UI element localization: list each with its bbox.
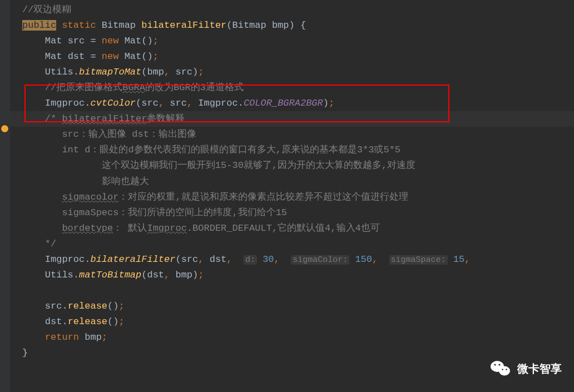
caret-line: /* bilateralFilter参数解释 bbox=[10, 111, 574, 127]
number-literal: 150 bbox=[355, 254, 372, 265]
svg-point-5 bbox=[506, 369, 507, 370]
method-name: bilateralFilter bbox=[141, 20, 226, 31]
block-comment: /* bilateralFilter参数解释 bbox=[45, 113, 185, 124]
method-bilateralFilter: bilateralFilter bbox=[90, 254, 175, 265]
method-matToBitmap: matToBitmap bbox=[79, 270, 141, 280]
block-comment: 影响也越大 bbox=[102, 176, 149, 187]
param-type: Bitmap bbox=[232, 20, 266, 31]
class-utils: Utils bbox=[45, 270, 73, 280]
block-comment: bordetype： 默认Imgproc.BORDER_DEFAULT,它的默认… bbox=[62, 223, 379, 234]
class-imgproc: Imgproc bbox=[45, 254, 85, 265]
class-imgproc: Imgproc bbox=[45, 98, 85, 108]
number-literal: 30 bbox=[263, 254, 274, 265]
lightbulb-icon[interactable] bbox=[1, 125, 8, 132]
svg-point-2 bbox=[494, 364, 496, 365]
svg-point-4 bbox=[502, 369, 503, 370]
keyword-new: new bbox=[102, 51, 119, 62]
keyword-public: public bbox=[22, 20, 56, 31]
keyword-return: return bbox=[45, 332, 79, 343]
var-src: src bbox=[68, 36, 85, 46]
editor-gutter bbox=[0, 0, 10, 392]
param-hint: sigmaSpace: bbox=[389, 255, 448, 265]
block-comment: sigmaSpecs：我们所讲的空间上的纬度,我们给个15 bbox=[62, 207, 287, 218]
code-editor[interactable]: //双边模糊 public static Bitmap bilateralFil… bbox=[0, 0, 574, 361]
return-type: Bitmap bbox=[102, 20, 136, 31]
param-hint: d: bbox=[244, 255, 257, 265]
block-comment: int d：眼处的d参数代表我们的眼模的窗口有多大,原来说的基本都是3*3或5*… bbox=[62, 145, 400, 155]
watermark-text: 微卡智享 bbox=[517, 360, 562, 378]
method-release: release bbox=[68, 316, 107, 327]
svg-point-3 bbox=[498, 364, 500, 365]
comment: //把原来图像格式BGRA的改为BGR的3通道格式 bbox=[45, 82, 244, 93]
block-comment: sigmacolor：对应的权重,就是说和原来的像素点比较差异不超过这个值进行处… bbox=[62, 192, 408, 202]
method-bitmapToMat: bitmapToMat bbox=[79, 67, 141, 77]
method-release: release bbox=[68, 301, 107, 311]
wechat-icon bbox=[489, 358, 512, 380]
constant: COLOR_BGRA2BGR bbox=[244, 98, 323, 108]
class-utils: Utils bbox=[45, 67, 73, 77]
keyword-static: static bbox=[62, 20, 96, 31]
block-comment-end: */ bbox=[45, 239, 56, 249]
ctor-mat: Mat bbox=[125, 36, 142, 46]
number-literal: 15 bbox=[453, 254, 464, 265]
method-cvtColor: cvtColor bbox=[90, 98, 136, 108]
keyword-new: new bbox=[102, 36, 119, 46]
type-mat: Mat bbox=[45, 51, 62, 62]
svg-point-1 bbox=[499, 366, 510, 376]
comment: //双边模糊 bbox=[22, 4, 71, 15]
param-hint: sigmaColor: bbox=[291, 255, 349, 265]
var-dst: dst bbox=[68, 51, 85, 62]
ctor-mat: Mat bbox=[125, 51, 142, 62]
block-comment: src：输入图像 dst：输出图像 bbox=[62, 129, 196, 140]
block-comment: 这个双边模糊我们一般开到15-30就够了,因为开的太大算的数越多,对速度 bbox=[102, 160, 415, 171]
param-name: bmp bbox=[272, 20, 289, 31]
watermark: 微卡智享 bbox=[489, 358, 562, 380]
type-mat: Mat bbox=[45, 36, 62, 46]
